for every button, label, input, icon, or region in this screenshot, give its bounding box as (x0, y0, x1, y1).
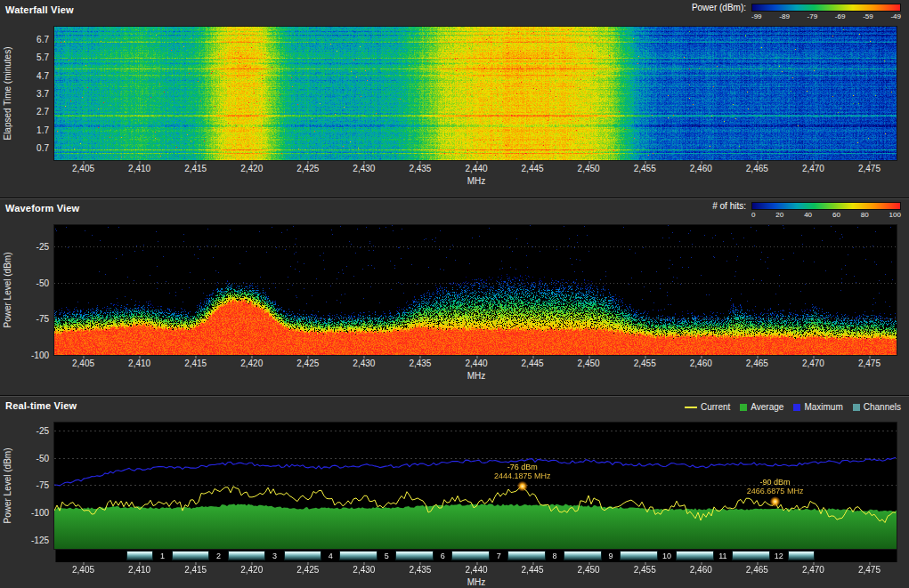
channel-number[interactable]: 7 (497, 552, 501, 560)
channel-block[interactable] (339, 551, 377, 560)
x-tick-label: 2,455 (634, 164, 656, 173)
channel-number[interactable]: 9 (609, 552, 613, 560)
realtime-xaxis: 2,4052,4102,4152,4202,4252,4302,4352,440… (55, 562, 897, 577)
channel-number[interactable]: 10 (662, 552, 671, 560)
tick-mark (196, 161, 197, 164)
waterfall-view-panel: Waterfall View Power (dBm): -99-89-79-69… (0, 0, 909, 197)
channel-number[interactable]: 6 (441, 552, 445, 560)
waterfall-title: Waterfall View (5, 3, 74, 15)
average-swatch (740, 404, 747, 411)
y-tick-label: 4.7 (37, 71, 49, 81)
channel-block[interactable] (507, 551, 546, 560)
waterfall-ylabel: Elapsed Time (minutes) (3, 46, 12, 140)
channel-number[interactable]: 5 (385, 552, 389, 560)
hits-colorbar-legend: # of hits: 020406080100 (712, 201, 901, 219)
waveform-density-plot[interactable] (54, 225, 897, 355)
legend-tick-label: -99 (751, 13, 762, 20)
y-tick-label: -75 (37, 480, 49, 490)
x-tick-label: 2,460 (690, 565, 712, 575)
realtime-ytick-labels: -25-50-75-100-125 (14, 422, 53, 550)
x-tick-label: 2,475 (858, 358, 881, 368)
waterfall-xaxis: 2,4052,4102,4152,4202,4252,4302,4352,440… (55, 161, 897, 176)
maximum-swatch (793, 404, 800, 411)
channel-block[interactable] (395, 551, 434, 560)
waterfall-plot-area (53, 26, 897, 161)
channel-bar[interactable]: 123456789101112 (55, 550, 897, 562)
channel-number[interactable]: 2 (216, 552, 221, 560)
waveform-ylabel: Power Level (dBm) (3, 252, 12, 327)
x-tick-label: 2,410 (128, 164, 150, 173)
legend-tick-label: 60 (832, 212, 840, 219)
channel-block[interactable] (620, 551, 658, 560)
x-tick-label: 2,440 (465, 358, 487, 368)
tick-mark (140, 356, 141, 358)
legend-item-maximum[interactable]: Maximum (793, 402, 842, 412)
tick-mark (252, 161, 253, 164)
x-tick-label: 2,465 (746, 565, 768, 575)
tick-mark (757, 356, 758, 358)
channel-number[interactable]: 1 (160, 552, 165, 560)
channel-block[interactable] (172, 551, 210, 560)
hits-legend-label: # of hits: (712, 201, 746, 211)
legend-label: Channels (864, 402, 901, 412)
channel-number[interactable]: 11 (718, 552, 726, 560)
y-tick-label: -100 (31, 508, 49, 518)
power-gradient-bar (751, 4, 901, 12)
channel-number[interactable]: 8 (553, 552, 557, 560)
channel-block[interactable] (228, 551, 266, 560)
legend-item-average[interactable]: Average (740, 402, 783, 412)
waterfall-plot-row: Elapsed Time (minutes) 0.71.72.73.74.75.… (0, 26, 909, 161)
y-tick-label: -25 (37, 426, 49, 436)
channel-block[interactable] (126, 551, 153, 560)
channel-block[interactable] (676, 551, 714, 560)
x-tick-label: 2,425 (296, 358, 319, 368)
y-tick-label: 3.7 (37, 89, 49, 99)
x-tick-label: 2,455 (634, 565, 656, 575)
legend-tick-label: -59 (863, 13, 873, 20)
tick-mark (140, 562, 141, 565)
tick-mark (364, 356, 365, 358)
tick-mark (757, 161, 758, 164)
tick-mark (588, 562, 589, 565)
y-tick-label: -100 (31, 350, 49, 360)
legend-item-current[interactable]: Current (685, 402, 730, 412)
x-tick-label: 2,420 (240, 164, 263, 173)
channel-number[interactable]: 3 (272, 552, 277, 560)
x-tick-label: 2,465 (746, 164, 768, 173)
legend-label: Average (751, 402, 783, 412)
tick-mark (701, 562, 702, 565)
x-tick-label: 2,470 (802, 565, 824, 575)
tick-mark (476, 562, 477, 565)
channel-block[interactable] (564, 551, 602, 560)
tick-mark (252, 562, 253, 565)
legend-item-channels[interactable]: Channels (853, 402, 901, 412)
tick-mark (813, 161, 814, 164)
waveform-xlabel: MHz (55, 371, 897, 381)
realtime-xlabel: MHz (55, 577, 897, 587)
waterfall-spectrogram[interactable] (54, 27, 897, 160)
x-tick-label: 2,410 (128, 358, 150, 368)
x-tick-label: 2,425 (296, 565, 319, 575)
channel-number[interactable]: 4 (329, 552, 333, 560)
channel-block[interactable] (788, 551, 815, 560)
waveform-xaxis: 2,4052,4102,4152,4202,4252,4302,4352,440… (55, 356, 897, 371)
channel-block[interactable] (451, 551, 490, 560)
channel-number[interactable]: 12 (775, 552, 783, 560)
x-tick-label: 2,425 (296, 164, 319, 173)
legend-label: Maximum (804, 402, 842, 412)
y-tick-label: -50 (37, 278, 49, 288)
y-tick-label: 5.7 (37, 52, 49, 62)
y-tick-label: 1.7 (37, 125, 49, 135)
tick-mark (476, 161, 477, 164)
y-tick-label: -25 (37, 242, 49, 252)
realtime-spectrum-plot[interactable] (54, 423, 897, 549)
legend-tick-label: -69 (835, 13, 846, 20)
channel-block[interactable] (284, 551, 322, 560)
realtime-ylabel-col: Power Level (dBm) (0, 422, 14, 550)
tick-mark (476, 356, 477, 358)
x-tick-label: 2,440 (465, 565, 487, 575)
tick-mark (308, 161, 309, 164)
x-tick-label: 2,445 (522, 164, 544, 173)
channel-block[interactable] (732, 551, 770, 560)
tick-mark (364, 161, 365, 164)
